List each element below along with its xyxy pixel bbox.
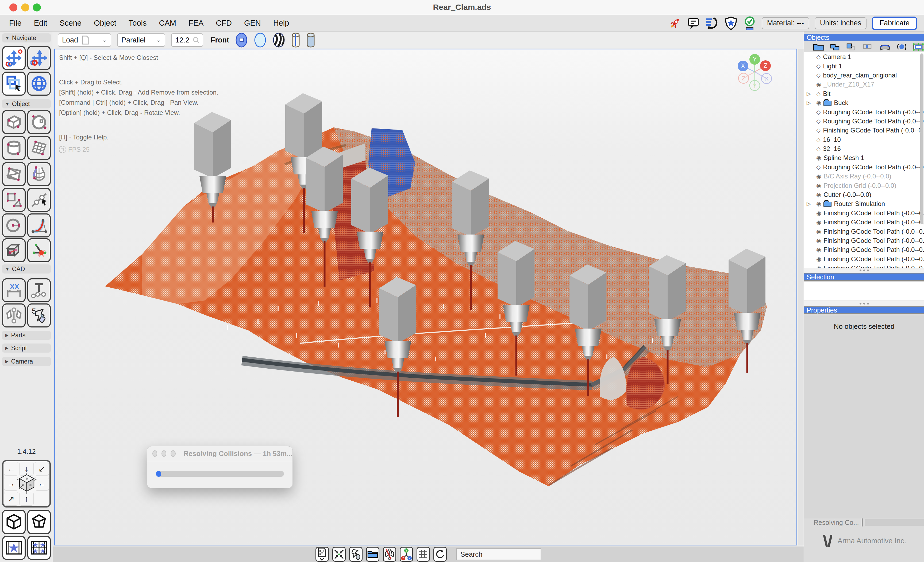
menu-cfd[interactable]: CFD [216,19,232,27]
object-tree-item[interactable]: ▷◇Bit [804,89,924,98]
object-tree-item[interactable]: ◉Cutter (-0.0--0.0) [804,190,924,199]
axis-cut-tool[interactable]: 5 [27,303,51,327]
menu-gen[interactable]: GEN [244,19,261,27]
object-tree-item[interactable]: ◉_Under_Z10_X17 [804,80,924,89]
pane-grip[interactable] [804,268,924,273]
sync-history-icon[interactable] [706,16,719,30]
selection-panel-header[interactable]: Selection [804,273,924,281]
menu-edit[interactable]: Edit [34,19,47,27]
target-icon[interactable]: ◉ [816,100,821,106]
diamond-icon[interactable]: ◇ [816,54,820,60]
view-downleft-arrow[interactable]: ↙ [35,462,49,476]
dimension-tool[interactable]: XX [2,278,26,302]
object-tree-item[interactable]: ◇Camera 1 [804,52,924,61]
target-icon[interactable]: ◉ [816,238,821,244]
create-lathe-tool[interactable] [27,162,51,186]
object-tree-item[interactable]: ◇Light 1 [804,61,924,70]
disclosure-triangle-icon[interactable]: ▷ [807,91,811,97]
material-button[interactable]: Material: --- [762,17,809,29]
edit-polyline-tool[interactable] [27,188,51,212]
menu-cam[interactable]: CAM [159,19,176,27]
intersect-icon[interactable] [862,43,874,51]
quad-view-button[interactable] [27,536,51,560]
create-point-tool[interactable] [27,238,51,262]
target-icon[interactable]: ◉ [816,210,821,216]
object-tree-item[interactable]: ◉Finishing GCode Tool Path (-0.0--0.0) 3 [804,236,924,245]
panel-splitter[interactable] [798,49,804,546]
zoom-field[interactable]: 12.2 [171,33,203,47]
grid-toggle-button[interactable] [417,547,430,562]
object-tree-item[interactable]: ◉Finishing GCode Tool Path (-0.0--0.0) 0 [804,209,924,218]
object-tree-item[interactable]: ◉Finishing GCode Tool Path (-0.0--0.0) 4 [804,245,924,254]
properties-panel-header[interactable]: Properties [804,306,924,314]
tangent-tool[interactable] [27,278,51,302]
target-icon[interactable]: ◉ [816,200,821,207]
diamond-icon[interactable]: ◇ [816,63,820,69]
subtract-icon[interactable] [846,43,857,51]
move-view-tool[interactable] [2,46,26,70]
units-button[interactable]: Units: inches [814,17,867,29]
create-box-tool[interactable] [2,110,26,134]
object-tree-item[interactable]: ◇Roughing GCode Tool Path (-0.0--0.0) [804,163,924,172]
object-tree-item[interactable]: ◇Roughing GCode Tool Path (-0.0--0.0) [804,117,924,126]
create-tube-tool[interactable] [2,238,26,262]
object-tree-item[interactable]: ◉Projection Grid (-0.0--0.0) [804,181,924,190]
fit-view-button[interactable] [332,547,346,562]
projection-dropdown[interactable]: Parallel ⌄ [117,33,165,47]
target-icon[interactable]: ◉ [816,229,821,235]
axes-toggle-button[interactable]: Y Z X [400,547,413,562]
bounds-icon[interactable] [912,43,924,51]
target-icon[interactable]: ◉ [816,247,821,253]
diamond-icon[interactable]: ◇ [816,72,820,79]
section-navigate[interactable]: ▼ Navigate [2,33,51,42]
create-plane-tool[interactable] [27,136,51,160]
view-cube-widget[interactable]: ← ↓ ↙ → ← ↗ ↑ [2,460,51,508]
section-parts[interactable]: ▶ Parts [2,331,51,340]
section-cad[interactable]: ▼ CAD [2,265,51,274]
target-icon[interactable]: ◉ [816,191,821,198]
new-folder-icon[interactable] [813,43,824,51]
menu-scene[interactable]: Scene [60,19,81,27]
search-input[interactable] [456,549,541,560]
comments-icon[interactable] [687,16,700,30]
object-tree-item[interactable]: ◇Finishing GCode Tool Path (-0.0--0.0) [804,126,924,135]
create-bezier-tool[interactable] [27,214,51,238]
dialog-zoom-button[interactable] [171,450,176,457]
object-tree-item[interactable]: ▷◉Router Simulation [804,199,924,208]
disclosure-triangle-icon[interactable]: ▷ [807,100,811,106]
union-icon[interactable] [830,43,841,51]
diamond-icon[interactable]: ◇ [816,91,820,97]
create-mesh-plane-tool[interactable] [2,162,26,186]
object-tree-item[interactable]: ◉Finishing GCode Tool Path (-0.0--0.0) 1 [804,218,924,227]
menu-help[interactable]: Help [273,19,289,27]
menu-file[interactable]: File [9,19,22,27]
dialog-close-button[interactable] [152,450,157,457]
menu-fea[interactable]: FEA [189,19,204,27]
rotate-icon[interactable] [896,43,908,51]
diamond-icon[interactable]: ◇ [816,127,820,133]
move-object-tool[interactable] [27,46,51,70]
fabricate-button[interactable]: Fabricate [872,16,917,30]
perspective-view-button[interactable] [27,510,51,534]
object-tree-item[interactable]: ◉Finishing GCode Tool Path (-0.0--0.0) 2 [804,227,924,236]
rocket-icon[interactable] [668,16,681,30]
section-camera[interactable]: ▶ Camera [2,357,51,366]
create-polygon-tool[interactable] [2,188,26,212]
load-dropdown[interactable]: Load ⌄ [58,33,111,47]
view-upright-arrow[interactable]: ↗ [4,492,18,506]
single-view-button[interactable] [2,536,26,560]
dialog-minimize-button[interactable] [162,450,166,457]
disclosure-triangle-icon[interactable]: ▷ [807,200,811,207]
object-tree-item[interactable]: ◉Finishing GCode Tool Path (-0.0--0.0) 5 [804,254,924,264]
isometric-view-button[interactable] [2,510,26,534]
target-icon[interactable]: ◉ [816,219,821,226]
pane-grip[interactable] [804,301,924,306]
progress-dialog[interactable]: Resolving Collisions — 1h 53m... [147,446,293,488]
target-icon[interactable]: ◉ [816,155,821,161]
object-tree-item[interactable]: ◉B/C Axis Ray (-0.0--0.0) [804,172,924,181]
open-folder-button[interactable] [366,547,380,562]
shaded-view-icon[interactable] [235,32,248,48]
zebra-view-icon[interactable] [273,32,285,48]
axis-gizmo[interactable]: Z X Y X Z Y [733,51,784,96]
tree-scrollbar[interactable] [920,54,924,224]
